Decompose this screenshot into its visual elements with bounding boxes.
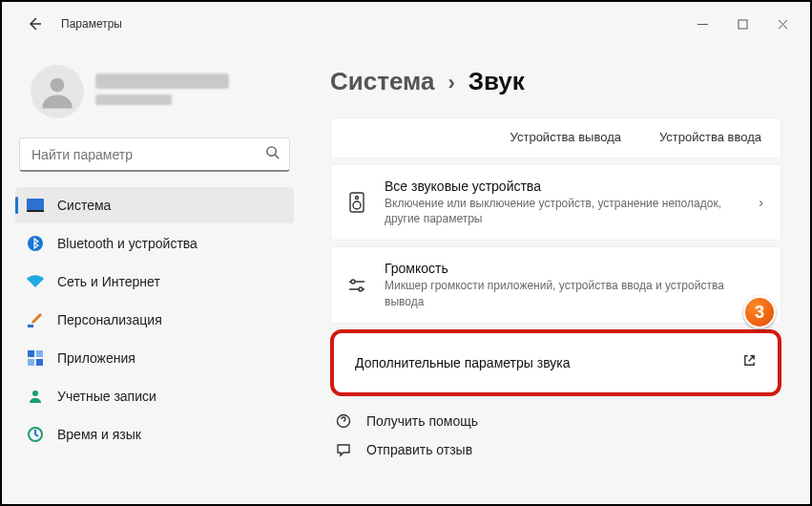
apps-icon (27, 349, 44, 367)
help-label: Получить помощь (366, 413, 478, 429)
sidebar-item-label: Время и язык (57, 427, 141, 442)
tab-input-devices[interactable]: Устройства ввода (659, 130, 761, 144)
maximize-icon (738, 19, 748, 30)
feedback-link[interactable]: Отправить отзыв (334, 442, 781, 457)
card-title: Все звуковые устройства (385, 179, 741, 194)
device-tabs-card: Устройства вывода Устройства ввода (330, 117, 781, 158)
display-icon (27, 197, 44, 214)
svg-point-11 (32, 390, 38, 396)
svg-point-2 (267, 147, 276, 156)
sidebar-item-label: Приложения (57, 350, 135, 366)
card-subtitle: Микшер громкости приложений, устройства … (385, 278, 763, 308)
svg-point-1 (51, 78, 65, 93)
account-icon (27, 388, 44, 405)
mixer-icon (346, 278, 367, 293)
card-title: Дополнительные параметры звука (355, 355, 725, 370)
card-subtitle: Включение или выключение устройств, устр… (385, 196, 741, 226)
sidebar-item-label: Персонализация (57, 312, 162, 327)
clock-globe-icon (27, 426, 44, 443)
search-input[interactable] (31, 147, 265, 162)
sidebar-item-label: Сеть и Интернет (57, 274, 160, 289)
brush-icon (27, 311, 44, 328)
svg-rect-6 (28, 325, 33, 327)
page-title: Звук (468, 67, 525, 96)
close-icon (778, 19, 788, 30)
main-content: Система › Звук Устройства вывода Устройс… (307, 46, 810, 504)
svg-rect-10 (36, 359, 43, 366)
speaker-device-icon (346, 192, 367, 213)
settings-window: Параметры (0, 0, 812, 506)
arrow-left-icon (27, 16, 42, 32)
svg-rect-4 (27, 210, 44, 212)
svg-rect-3 (27, 199, 44, 210)
svg-rect-8 (36, 350, 43, 357)
sidebar-item-label: Bluetooth и устройства (57, 236, 198, 251)
breadcrumb: Система › Звук (330, 67, 781, 96)
card-all-sound-devices[interactable]: Все звуковые устройства Включение или вы… (330, 164, 781, 241)
sidebar-item-label: Учетные записи (57, 389, 156, 404)
window-controls (682, 10, 802, 38)
sidebar-item-accounts[interactable]: Учетные записи (15, 378, 294, 414)
back-button[interactable] (19, 9, 50, 39)
titlebar: Параметры (2, 2, 810, 46)
svg-point-14 (356, 197, 359, 200)
sidebar-item-bluetooth[interactable]: Bluetooth и устройства (15, 225, 294, 262)
avatar (31, 65, 84, 118)
sidebar-item-network[interactable]: Сеть и Интернет (15, 264, 294, 300)
search-icon (265, 145, 280, 163)
window-title: Параметры (61, 17, 122, 31)
profile-block[interactable] (13, 46, 296, 137)
minimize-button[interactable] (682, 10, 722, 38)
feedback-label: Отправить отзыв (366, 442, 472, 457)
breadcrumb-parent[interactable]: Система (330, 67, 434, 96)
svg-point-17 (359, 287, 363, 291)
external-link-icon (742, 353, 757, 371)
maximize-button[interactable] (722, 10, 762, 38)
help-links: Получить помощь Отправить отзыв (330, 413, 781, 457)
profile-text (95, 74, 229, 111)
person-icon (37, 72, 77, 112)
card-more-sound-settings[interactable]: Дополнительные параметры звука (330, 329, 781, 396)
svg-rect-9 (28, 359, 34, 366)
svg-point-16 (351, 280, 355, 284)
sidebar-item-system[interactable]: Система (15, 187, 294, 223)
annotation-badge: 3 (743, 296, 776, 328)
svg-rect-7 (28, 350, 34, 357)
annotation-number: 3 (755, 303, 764, 323)
help-icon (334, 413, 353, 429)
wifi-icon (27, 273, 44, 290)
search-box[interactable] (19, 137, 290, 172)
sidebar-item-time[interactable]: Время и язык (15, 416, 294, 453)
tab-output-devices[interactable]: Устройства вывода (510, 130, 621, 144)
get-help-link[interactable]: Получить помощь (334, 413, 781, 429)
chevron-right-icon: › (759, 195, 763, 210)
svg-point-15 (353, 201, 361, 209)
sidebar-item-label: Система (57, 198, 111, 213)
svg-rect-0 (739, 20, 747, 29)
nav-list: Система Bluetooth и устройства Сеть и Ин… (13, 187, 296, 453)
feedback-icon (334, 442, 353, 457)
sidebar: Система Bluetooth и устройства Сеть и Ин… (2, 46, 307, 504)
card-title: Громкость (385, 261, 763, 276)
chevron-right-icon: › (448, 71, 454, 95)
card-volume[interactable]: Громкость Микшер громкости приложений, у… (330, 246, 781, 323)
bluetooth-icon (27, 235, 44, 252)
minimize-icon (697, 19, 708, 30)
sidebar-item-apps[interactable]: Приложения (15, 340, 294, 376)
close-button[interactable] (762, 10, 802, 38)
sidebar-item-personalization[interactable]: Персонализация (15, 302, 294, 338)
